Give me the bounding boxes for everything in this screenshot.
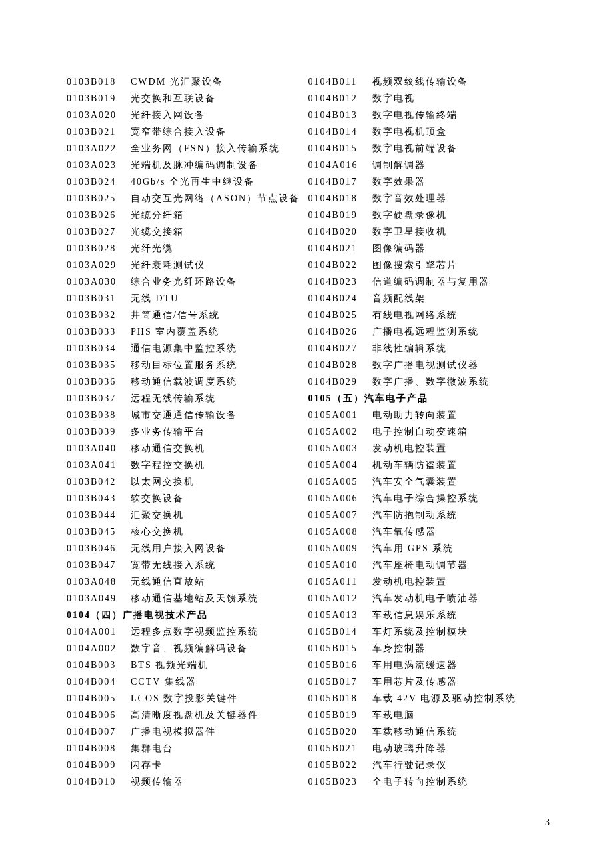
- catalog-row: 0104B029数字广播、数字微波系统: [308, 373, 550, 390]
- item-desc: 移动通信交换机: [131, 440, 308, 457]
- item-desc: 信道编码调制器与复用器: [372, 273, 550, 290]
- item-desc: 发动机电控装置: [372, 573, 550, 590]
- item-code: 0104B027: [308, 340, 372, 357]
- catalog-row: 0105B023全电子转向控制系统: [308, 773, 550, 790]
- catalog-row: 0103A040移动通信交换机: [67, 440, 308, 457]
- item-desc: 多业务传输平台: [131, 423, 308, 440]
- item-code: 0103B045: [67, 523, 131, 540]
- item-code: 0105A005: [308, 473, 372, 490]
- item-code: 0104B015: [308, 140, 372, 157]
- catalog-row: 0104B017数字效果器: [308, 173, 550, 190]
- item-code: 0104B007: [67, 723, 131, 740]
- catalog-row: 0104B024音频配线架: [308, 290, 550, 307]
- item-desc: 闪存卡: [131, 757, 308, 773]
- item-desc: 光纤接入网设备: [131, 107, 308, 123]
- item-desc: 移动通信基地站及天馈系统: [131, 590, 308, 607]
- item-code: 0105B014: [308, 623, 372, 640]
- catalog-row: 0104B022图像搜索引擎芯片: [308, 257, 550, 273]
- item-code: 0105A011: [308, 573, 372, 590]
- item-desc: 通信电源集中监控系统: [131, 340, 308, 357]
- item-desc: 电动助力转向装置: [372, 407, 550, 423]
- item-code: 0104B018: [308, 190, 372, 207]
- catalog-row: 0104B010视频传输器: [67, 773, 308, 790]
- item-desc: 光纤衰耗测试仪: [131, 257, 308, 273]
- item-desc: 高清晰度视盘机及关键器件: [131, 707, 308, 723]
- item-desc: 调制解调器: [372, 157, 550, 173]
- item-desc: 汽车防抱制动系统: [372, 507, 550, 523]
- item-code: 0105A003: [308, 440, 372, 457]
- catalog-row: 0103B025自动交互光网络（ASON）节点设备: [67, 190, 308, 207]
- catalog-row: 0105A013车载信息娱乐系统: [308, 607, 550, 623]
- item-desc: 软交换设备: [131, 490, 308, 507]
- item-code: 0105A007: [308, 507, 372, 523]
- catalog-row: 0104B014数字电视机顶盒: [308, 123, 550, 140]
- item-code: 0105B016: [308, 657, 372, 673]
- item-code: 0103B044: [67, 507, 131, 523]
- page-number: 3: [545, 817, 550, 828]
- item-code: 0103B039: [67, 423, 131, 440]
- item-code: 0103A041: [67, 457, 131, 473]
- item-desc: 自动交互光网络（ASON）节点设备: [131, 190, 308, 207]
- item-desc: 数字音效处理器: [372, 190, 550, 207]
- catalog-row: 0104B020数字卫星接收机: [308, 223, 550, 240]
- catalog-row: 0104B003BTS 视频光端机: [67, 657, 308, 673]
- item-desc: 车用电涡流缓速器: [372, 657, 550, 673]
- catalog-row: 0103B042以太网交换机: [67, 473, 308, 490]
- item-desc: 汽车座椅电动调节器: [372, 557, 550, 573]
- item-desc: 数字电视传输终端: [372, 107, 550, 123]
- catalog-row: 0103A029光纤衰耗测试仪: [67, 257, 308, 273]
- catalog-row: 0105B015车身控制器: [308, 640, 550, 657]
- item-desc: 汽车行驶记录仪: [372, 757, 550, 773]
- item-desc: 广播电视远程监测系统: [372, 323, 550, 340]
- catalog-row: 0105A008汽车氧传感器: [308, 523, 550, 540]
- catalog-row: 0105A010汽车座椅电动调节器: [308, 557, 550, 573]
- item-desc: 光纤光缆: [131, 240, 308, 257]
- catalog-row: 0103A048无线通信直放站: [67, 573, 308, 590]
- catalog-row: 0105A003发动机电控装置: [308, 440, 550, 457]
- item-desc: 图像搜索引擎芯片: [372, 257, 550, 273]
- catalog-row: 0103A041数字程控交换机: [67, 457, 308, 473]
- catalog-row: 0103B045核心交换机: [67, 523, 308, 540]
- catalog-row: 0103A022全业务网（FSN）接入传输系统: [67, 140, 308, 157]
- catalog-row: 0103B047宽带无线接入系统: [67, 557, 308, 573]
- item-code: 0104B021: [308, 240, 372, 257]
- item-code: 0103B035: [67, 357, 131, 373]
- item-code: 0104A001: [67, 623, 131, 640]
- item-code: 0103B024: [67, 173, 131, 190]
- item-desc: 40Gb/s 全光再生中继设备: [131, 173, 308, 190]
- item-code: 0103A040: [67, 440, 131, 457]
- catalog-row: 0103B034通信电源集中监控系统: [67, 340, 308, 357]
- item-code: 0103A020: [67, 107, 131, 123]
- item-desc: 汽车发动机电子喷油器: [372, 590, 550, 607]
- item-code: 0103B037: [67, 390, 131, 407]
- item-code: 0104A002: [67, 640, 131, 657]
- item-desc: 电动玻璃升降器: [372, 740, 550, 757]
- item-code: 0105A012: [308, 590, 372, 607]
- item-desc: 数字电视: [372, 90, 550, 107]
- item-desc: 全电子转向控制系统: [372, 773, 550, 790]
- catalog-row: 0103B028光纤光缆: [67, 240, 308, 257]
- item-desc: 车用芯片及传感器: [372, 673, 550, 690]
- item-code: 0105B018: [308, 690, 372, 707]
- item-desc: 汽车电子综合操控系统: [372, 490, 550, 507]
- item-code: 0104B014: [308, 123, 372, 140]
- item-code: 0104B020: [308, 223, 372, 240]
- left-column: 0103B018CWDM 光汇聚设备0103B019光交换和互联设备0103A0…: [67, 73, 308, 790]
- item-code: 0104B019: [308, 207, 372, 223]
- catalog-row: 0104B021图像编码器: [308, 240, 550, 257]
- item-code: 0103B032: [67, 307, 131, 323]
- item-desc: 全业务网（FSN）接入传输系统: [131, 140, 308, 157]
- item-desc: 远程多点数字视频监控系统: [131, 623, 308, 640]
- item-code: 0105A010: [308, 557, 372, 573]
- item-code: 0103B031: [67, 290, 131, 307]
- item-desc: 电子控制自动变速箱: [372, 423, 550, 440]
- catalog-row: 0104B026广播电视远程监测系统: [308, 323, 550, 340]
- heading-text: 0104（四）广播电视技术产品: [67, 607, 208, 623]
- item-desc: 光缆分纤箱: [131, 207, 308, 223]
- item-code: 0104B012: [308, 90, 372, 107]
- catalog-row: 0104B015数字电视前端设备: [308, 140, 550, 157]
- catalog-row: 0105A004机动车辆防盗装置: [308, 457, 550, 473]
- heading-text: 0105（五）汽车电子产品: [308, 390, 428, 407]
- item-code: 0103B047: [67, 557, 131, 573]
- item-desc: 核心交换机: [131, 523, 308, 540]
